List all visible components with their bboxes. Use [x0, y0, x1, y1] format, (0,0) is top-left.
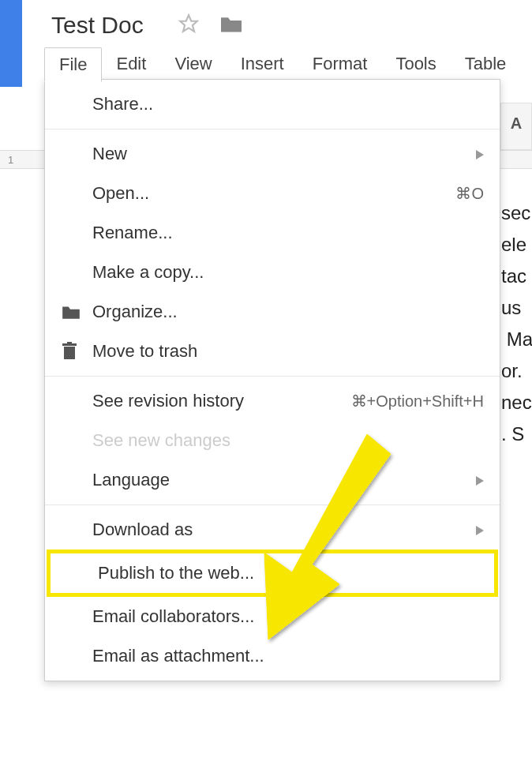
menu-item-label: Open... — [92, 183, 448, 204]
svg-rect-2 — [64, 347, 75, 359]
menu-file[interactable]: File — [44, 47, 102, 82]
menu-item-label: Make a copy... — [92, 262, 484, 283]
menu-item-email-collaborators[interactable]: Email collaborators... — [45, 597, 500, 636]
menu-item-language[interactable]: Language — [45, 460, 500, 500]
svg-rect-4 — [67, 342, 72, 343]
menu-item-label: See revision history — [92, 391, 343, 411]
svg-marker-5 — [476, 476, 484, 486]
star-icon[interactable] — [178, 13, 199, 37]
menu-insert[interactable]: Insert — [227, 47, 298, 82]
menu-item-open[interactable]: Open... ⌘O — [45, 174, 500, 213]
app-brand-edge — [0, 0, 22, 87]
menu-item-label: Email as attachment... — [92, 646, 484, 666]
menu-view[interactable]: View — [160, 47, 226, 82]
menu-tools[interactable]: Tools — [381, 47, 450, 82]
menu-bar: File Edit View Insert Format Tools Table — [44, 47, 520, 82]
menu-item-label: Language — [92, 470, 468, 490]
menu-shortcut: ⌘O — [455, 184, 484, 203]
submenu-arrow-icon — [476, 470, 484, 490]
menu-item-rename[interactable]: Rename... — [45, 213, 500, 253]
menu-item-label: Email collaborators... — [92, 606, 484, 627]
menu-shortcut: ⌘+Option+Shift+H — [351, 392, 484, 411]
file-menu-dropdown: Share... New Open... ⌘O Rename... Make a… — [44, 79, 500, 681]
menu-edit[interactable]: Edit — [102, 47, 160, 82]
format-strip: A — [500, 103, 532, 150]
document-title[interactable]: Test Doc — [51, 12, 144, 39]
menu-item-label: Download as — [92, 520, 468, 540]
menu-item-label: Move to trash — [92, 341, 484, 362]
menu-item-label: See new changes — [92, 430, 484, 451]
menu-item-make-copy[interactable]: Make a copy... — [45, 253, 500, 292]
svg-marker-1 — [476, 150, 484, 159]
menu-item-email-attachment[interactable]: Email as attachment... — [45, 636, 500, 676]
menu-item-share[interactable]: Share... — [45, 84, 500, 124]
menu-item-new[interactable]: New — [45, 134, 500, 174]
menu-item-label: Organize... — [92, 302, 484, 322]
menu-item-organize[interactable]: Organize... — [45, 292, 500, 332]
submenu-arrow-icon — [476, 144, 484, 164]
menu-separator — [45, 505, 500, 505]
svg-marker-0 — [180, 15, 197, 32]
menu-item-revision-history[interactable]: See revision history ⌘+Option+Shift+H — [45, 381, 500, 421]
folder-solid-icon — [61, 303, 92, 321]
menu-item-label: Publish to the web... — [98, 563, 478, 583]
menu-table[interactable]: Table — [451, 47, 521, 82]
svg-marker-6 — [476, 526, 484, 535]
ruler-mark: 1 — [8, 154, 13, 166]
folder-icon[interactable] — [219, 13, 244, 37]
menu-item-label: New — [92, 144, 468, 164]
menu-separator — [45, 129, 500, 129]
menu-item-label: Share... — [92, 94, 484, 114]
menu-item-label: Rename... — [92, 223, 484, 243]
menu-item-publish-to-web[interactable]: Publish to the web... — [47, 550, 498, 597]
svg-rect-3 — [62, 343, 77, 346]
submenu-arrow-icon — [476, 520, 484, 540]
menu-item-download-as[interactable]: Download as — [45, 510, 500, 550]
menu-item-trash[interactable]: Move to trash — [45, 332, 500, 371]
trash-icon — [61, 342, 92, 361]
menu-item-new-changes: See new changes — [45, 421, 500, 460]
document-body-fragment: sec ele tac us Ma or. nec . S — [501, 197, 532, 450]
menu-separator — [45, 376, 500, 377]
menu-format[interactable]: Format — [298, 47, 382, 82]
